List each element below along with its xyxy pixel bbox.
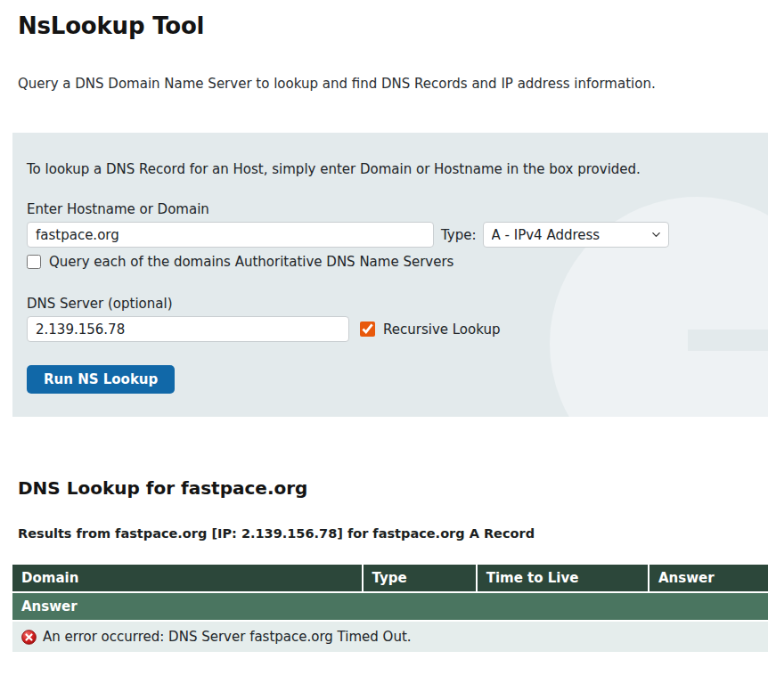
hostname-label: Enter Hostname or Domain <box>27 201 754 217</box>
authoritative-checkbox-label: Query each of the domains Authoritative … <box>49 254 453 270</box>
hostname-input[interactable] <box>27 222 434 248</box>
type-label: Type: <box>441 227 477 243</box>
authoritative-checkbox[interactable] <box>27 255 41 269</box>
column-header-ttl: Time to Live <box>477 565 649 592</box>
results-table: Domain Type Time to Live Answer Answer <box>12 565 768 652</box>
answer-section-row: Answer <box>12 592 768 621</box>
page-description: Query a DNS Domain Name Server to lookup… <box>0 76 768 92</box>
answer-section-label: Answer <box>12 592 768 621</box>
column-header-answer: Answer <box>649 565 768 592</box>
recursive-lookup-checkbox[interactable] <box>360 322 375 337</box>
dns-server-input[interactable] <box>27 316 349 342</box>
column-header-domain: Domain <box>12 565 363 592</box>
error-row: An error occurred: DNS Server fastpace.o… <box>12 621 768 652</box>
column-header-type: Type <box>363 565 477 592</box>
results-summary: Results from fastpace.org [IP: 2.139.156… <box>0 526 768 541</box>
dns-server-label: DNS Server (optional) <box>27 296 754 312</box>
page-title: NsLookup Tool <box>0 12 768 40</box>
results-heading: DNS Lookup for fastpace.org <box>0 477 768 499</box>
record-type-select[interactable]: A - IPv4 Address <box>483 222 669 248</box>
lookup-form-panel: To lookup a DNS Record for an Host, simp… <box>12 133 768 417</box>
form-intro-text: To lookup a DNS Record for an Host, simp… <box>27 161 754 177</box>
error-message: An error occurred: DNS Server fastpace.o… <box>43 629 412 645</box>
error-icon <box>21 630 37 645</box>
table-header-row: Domain Type Time to Live Answer <box>12 565 768 592</box>
run-ns-lookup-button[interactable]: Run NS Lookup <box>27 365 175 394</box>
recursive-lookup-label: Recursive Lookup <box>383 322 500 338</box>
